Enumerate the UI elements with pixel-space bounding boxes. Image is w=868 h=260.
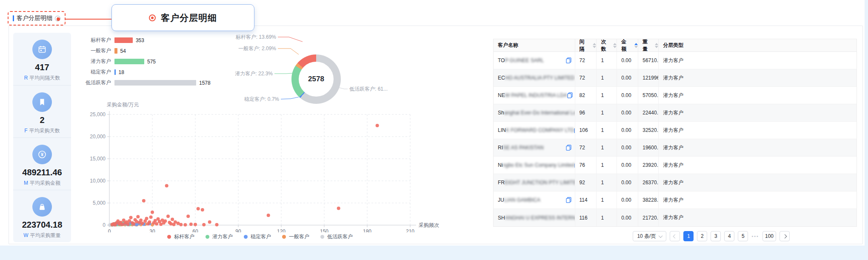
scatter-point <box>189 223 193 226</box>
cell-customer-name: LINK FORWARD COMPANY LTD <box>494 122 575 139</box>
sort-asc-icon[interactable] <box>593 43 596 45</box>
bar-row: 稳定客户18 <box>73 69 256 75</box>
cell-weight: 22440.00 <box>638 104 659 121</box>
bar-rect <box>114 80 196 86</box>
donut-hole: 2578 <box>299 62 334 97</box>
sort-desc-icon[interactable] <box>634 46 638 48</box>
page-size-select[interactable]: 10 条/页 <box>633 231 666 241</box>
sort-desc-icon[interactable] <box>613 46 617 48</box>
column-header-3[interactable]: 次数 <box>597 39 617 51</box>
column-header-4[interactable]: 金额 <box>617 39 638 51</box>
sort-desc-icon[interactable] <box>593 46 596 48</box>
donut-leader-line <box>278 49 299 54</box>
cell-amount: 0.00 <box>617 122 638 139</box>
scatter-point <box>179 223 183 226</box>
name-blurred: EIGHT JUNCTION PTY LIMITED <box>505 180 575 186</box>
column-header-6: 分层类型 <box>659 39 857 51</box>
scatter-point <box>201 208 204 211</box>
next-page-button[interactable] <box>779 231 790 241</box>
table-row: Ningbo Etc Sun Company Limited7610.00239… <box>494 157 857 174</box>
legend-dot <box>206 235 209 239</box>
scatter-point <box>166 214 170 218</box>
cell-customer-name: JULIAN GAMBICA <box>494 191 575 209</box>
scatter-point <box>149 215 153 219</box>
legend-item[interactable]: 低活跃客户 <box>320 233 353 240</box>
copy-icon[interactable] <box>567 92 573 98</box>
scatter-point <box>122 219 126 222</box>
bookmark-icon <box>32 92 52 112</box>
kpi-r: 417R平均间隔天数 <box>13 33 71 85</box>
legend-item[interactable]: 稳定客户 <box>244 233 271 240</box>
kpi-label: F平均采购天数 <box>24 127 60 134</box>
chevron-right-icon <box>782 234 787 238</box>
cell-customer-name: NEW PAPEL INDUSTRIA LDA <box>494 87 575 104</box>
bar-category: 一般客户 <box>73 47 114 54</box>
legend-label: 低活跃客户 <box>327 233 353 240</box>
cell-customer-name: FREIGHT JUNCTION PTY LIMITED <box>494 174 575 191</box>
cell-amount: 0.00 <box>617 174 638 191</box>
legend-dot <box>244 235 248 239</box>
column-label: 金额 <box>621 38 630 53</box>
sort-asc-icon[interactable] <box>634 43 638 45</box>
name-blurred: W PAPEL INDUSTRIA LDA <box>505 92 567 98</box>
svg-text:¥: ¥ <box>41 152 44 157</box>
bar-row: 低活跃客户1578 <box>73 80 256 86</box>
name-prefix: TO <box>498 57 505 63</box>
cell-count: 1 <box>597 209 617 226</box>
name-prefix: RI <box>498 145 503 151</box>
copy-icon[interactable] <box>566 57 571 63</box>
scatter-point <box>132 222 135 226</box>
page-button-1[interactable]: 1 <box>683 231 694 241</box>
scatter-point <box>169 222 173 226</box>
copy-icon[interactable] <box>566 145 571 151</box>
cell-amount: 0.00 <box>617 104 638 121</box>
legend-item[interactable]: 一般客户 <box>282 233 309 240</box>
column-header-5[interactable]: 重量 <box>638 39 659 51</box>
page-button-last[interactable]: 100 <box>762 231 776 241</box>
cell-segment-type: 潜力客户 <box>659 104 857 121</box>
sort-asc-icon[interactable] <box>613 43 617 45</box>
page-button-3[interactable]: 3 <box>711 231 721 241</box>
svg-text:0: 0 <box>103 222 106 228</box>
svg-text:120: 120 <box>277 229 286 232</box>
cell-interval: 82 <box>575 87 597 104</box>
sort-carets[interactable] <box>593 43 596 48</box>
name-blurred: HO AUSTRALIA PTY LIMITED <box>505 75 575 81</box>
legend-item[interactable]: 潜力客户 <box>206 233 233 240</box>
svg-text:210: 210 <box>406 229 414 232</box>
page-button-4[interactable]: 4 <box>724 231 734 241</box>
cell-count: 1 <box>597 191 617 209</box>
cell-count: 1 <box>597 122 617 139</box>
sort-carets[interactable] <box>613 43 617 48</box>
column-header-2[interactable]: 间隔 <box>575 39 597 51</box>
name-blurred: ANGHAI U EXPRESS INTERNATIO <box>505 215 575 221</box>
page-button-5[interactable]: 5 <box>738 231 748 241</box>
sort-desc-icon[interactable] <box>655 46 658 48</box>
bar-rect <box>114 69 116 75</box>
sort-asc-icon[interactable] <box>655 43 658 45</box>
table-row: FREIGHT JUNCTION PTY LIMITED9210.0026370… <box>494 174 857 191</box>
legend-label: 稳定客户 <box>251 233 271 240</box>
cell-interval: 114 <box>575 191 597 209</box>
kpi-w: 223704.18W平均采购重量 <box>13 190 71 242</box>
cell-customer-name: SHANGHAI U EXPRESS INTERNATIONAL LOG <box>494 209 575 226</box>
cell-weight: 21720.00 <box>638 209 659 226</box>
copy-icon[interactable] <box>566 197 571 203</box>
name-prefix: JU <box>498 197 504 203</box>
sort-carets[interactable] <box>634 43 638 48</box>
page-button-2[interactable]: 2 <box>697 231 707 241</box>
table-row: LINK FORWARD COMPANY LTD10610.0032520.00… <box>494 122 857 139</box>
kpi-f: 2F平均采购天数 <box>13 85 71 137</box>
kpi-label: M平均采购金额 <box>24 180 60 187</box>
svg-text:20,000: 20,000 <box>90 134 106 140</box>
kpi-m: ¥489211.46M平均采购金额 <box>13 137 71 190</box>
more-pages-ellipsis[interactable]: ••• <box>751 234 759 239</box>
bar-value: 353 <box>136 37 144 43</box>
svg-text:25,000: 25,000 <box>90 111 106 117</box>
cell-count: 1 <box>597 52 617 69</box>
cell-customer-name: ECHO AUSTRALIA PTY LIMITED <box>494 69 575 86</box>
sort-carets[interactable] <box>655 43 658 48</box>
legend-item[interactable]: 标杆客户 <box>167 233 194 240</box>
prev-page-button[interactable] <box>670 231 680 241</box>
table-row: JULIAN GAMBICA11410.0038228.00潜力客户 <box>494 191 857 209</box>
